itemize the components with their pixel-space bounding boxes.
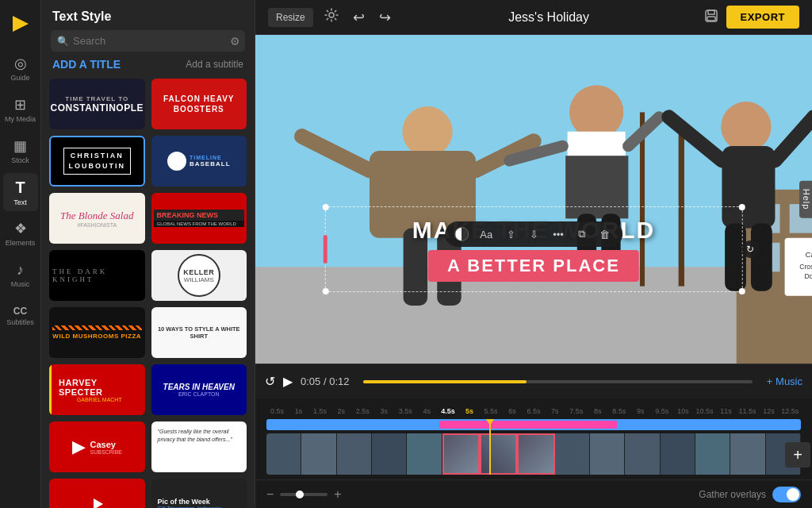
add-subtitle-button[interactable]: Add a subtitle: [186, 59, 243, 70]
resize-label: Resize: [276, 12, 305, 23]
video-text-line2: A BETTER PLACE: [447, 256, 620, 275]
save-button[interactable]: [704, 9, 718, 26]
title-section-header: ADD A TITLE Add a subtitle: [49, 58, 247, 71]
style-card-dark-knight[interactable]: THE DARK KNIGHT: [49, 250, 145, 301]
time-display: 0:05 / 0:12: [301, 375, 349, 387]
ruler-mark: 4.5s: [438, 407, 459, 415]
svg-point-28: [721, 102, 771, 152]
style-card-yt-red[interactable]: [49, 479, 145, 508]
add-music-button[interactable]: + Music: [767, 375, 802, 387]
zoom-in-button[interactable]: +: [334, 487, 341, 502]
timeline-video-track[interactable]: [266, 433, 801, 475]
handle-br: [738, 288, 745, 294]
style-card-blonde[interactable]: The Blonde Salad #FASHIONISTA: [49, 193, 145, 244]
style-card-youtube-casey[interactable]: ▶ Casey SUBSCRIBE: [49, 421, 145, 472]
style-card-location[interactable]: Pic of the Week Gili Trawangan, Indonesi…: [151, 479, 247, 508]
timeline-bottom: − + Gather overlays: [255, 479, 812, 508]
app-logo[interactable]: [3, 8, 38, 40]
thumb-6: [442, 433, 480, 475]
playhead[interactable]: [489, 419, 491, 475]
delete-button[interactable]: 🗑: [596, 227, 613, 242]
sidebar-item-stock[interactable]: ▦ Stock: [3, 132, 38, 170]
style-card-harvey[interactable]: HARVEY SPECTER GABRIEL MACHT: [49, 364, 145, 415]
text-selection-box[interactable]: ↻ MAKE THE WORLD A BETTER PLACE: [325, 206, 743, 292]
video-preview-area[interactable]: Caution Cross Traffic Does Not Stop ↻ M: [255, 35, 812, 364]
thumb-13: [695, 433, 730, 475]
svg-text:Caution: Caution: [805, 250, 812, 259]
tears-text1: TEARS IN HEAVEN: [163, 383, 235, 391]
style-cards-container: ADD A TITLE Add a subtitle TIME TRAVEL T…: [41, 58, 255, 508]
svg-rect-5: [708, 10, 714, 14]
style-card-louboutin[interactable]: CHRISTIANLOUBOUTIN: [49, 136, 145, 187]
redo-button[interactable]: ↪: [376, 6, 394, 29]
ruler-mark: 1s: [288, 407, 309, 415]
zoom-slider[interactable]: [280, 493, 327, 496]
add-track-button[interactable]: +: [785, 442, 810, 468]
ruler-mark: 9.5s: [651, 407, 672, 415]
ruler-mark: 2s: [331, 407, 352, 415]
sidebar-item-elements[interactable]: ❖ Elements: [3, 214, 38, 252]
loop-button[interactable]: ↺: [265, 374, 275, 389]
sidebar-item-text[interactable]: T Text: [3, 173, 38, 211]
gather-overlays-toggle[interactable]: [772, 487, 801, 502]
search-input[interactable]: [51, 30, 245, 52]
thumb-11: [625, 433, 660, 475]
transform-down-button[interactable]: ⇩: [527, 227, 542, 242]
export-button[interactable]: EXPORT: [726, 6, 799, 29]
resize-button[interactable]: Resize: [268, 8, 313, 27]
ruler-mark: 3s: [373, 407, 395, 415]
more-options-button[interactable]: •••: [550, 227, 567, 242]
sidebar-item-mymedia[interactable]: ⊞ My Media: [3, 90, 38, 129]
ruler-mark: 5s: [459, 407, 481, 415]
yt-casey-name: Casey: [90, 440, 122, 449]
style-card-pizza[interactable]: WILD MUSHROOMS PIZZA: [49, 307, 145, 358]
ruler-mark: 4s: [416, 407, 438, 415]
mymedia-icon: ⊞: [14, 96, 26, 114]
svg-text:Does Not: Does Not: [804, 272, 812, 280]
settings-button[interactable]: [321, 5, 342, 29]
style-card-baseball[interactable]: TIMELINE BASEBALL: [151, 136, 247, 187]
style-card-quote[interactable]: "Guests really like the overall privacy …: [151, 421, 247, 472]
play-button[interactable]: ▶: [283, 374, 293, 389]
sidebar-item-music[interactable]: ♪ Music: [3, 256, 38, 294]
style-card-style-shirt[interactable]: 10 WAYS TO STYLE A WHITE SHIRT: [151, 307, 247, 358]
yt-casey-info: Casey SUBSCRIBE: [90, 440, 122, 455]
text-edit-toolbar: Aa ⇧ ⇩ ••• ⧉ 🗑: [445, 221, 622, 247]
search-area: 🔍 ⚙: [51, 30, 245, 52]
color-picker[interactable]: [454, 227, 469, 241]
gather-overlays-control: Gather overlays: [699, 487, 801, 502]
yt-casey-sub: SUBSCRIBE: [90, 449, 122, 455]
keller-circle: KELLER WILLIAMS: [178, 254, 220, 297]
font-button[interactable]: Aa: [477, 227, 496, 242]
thumb-9: [555, 433, 590, 475]
style-card-keller[interactable]: KELLER WILLIAMS: [151, 250, 247, 301]
add-title-button[interactable]: ADD A TITLE: [52, 58, 121, 71]
ruler-mark: 7s: [544, 407, 565, 415]
ruler-mark: 8s: [587, 407, 608, 415]
timeline-text-track[interactable]: [439, 421, 618, 429]
help-tab[interactable]: Help: [799, 181, 812, 218]
sidebar: ◎ Guide ⊞ My Media ▦ Stock T Text ❖ Elem…: [0, 0, 41, 508]
progress-filled: [363, 380, 527, 383]
style-card-falcon[interactable]: FALCON HEAVYBOOSTERS: [151, 79, 247, 129]
transform-up-button[interactable]: ⇧: [504, 227, 519, 242]
search-icon: 🔍: [57, 36, 69, 47]
sidebar-item-subtitles[interactable]: CC Subtitles: [3, 297, 38, 335]
ruler-mark: 11.5s: [737, 407, 758, 415]
playback-progress[interactable]: [363, 380, 752, 383]
card-blonde-text1: The Blonde Salad: [60, 210, 133, 222]
video-text-overlay: ↻ MAKE THE WORLD A BETTER PLACE: [325, 206, 743, 292]
rotate-handle[interactable]: ↻: [741, 241, 759, 258]
timeline-area: 0.5s 1s 1.5s 2s 2.5s 3s 3.5s 4s 4.5s 5s …: [255, 398, 812, 479]
zoom-out-button[interactable]: −: [266, 487, 274, 502]
duplicate-button[interactable]: ⧉: [575, 226, 588, 242]
undo-button[interactable]: ↩: [350, 6, 368, 29]
sidebar-item-guide[interactable]: ◎ Guide: [3, 49, 38, 87]
style-card-time-travel[interactable]: TIME TRAVEL TO CONSTANTINOPLE: [49, 79, 145, 129]
style-card-tears[interactable]: TEARS IN HEAVEN ERIC CLAPTON: [151, 364, 247, 415]
ruler-mark: 10.5s: [694, 407, 715, 415]
filter-icon[interactable]: ⚙: [230, 35, 240, 48]
gather-overlays-label: Gather overlays: [699, 489, 766, 500]
style-card-breaking[interactable]: BREAKING NEWS GLOBAL NEWS FROM THE WORLD: [151, 193, 247, 244]
svg-marker-0: [13, 16, 29, 32]
